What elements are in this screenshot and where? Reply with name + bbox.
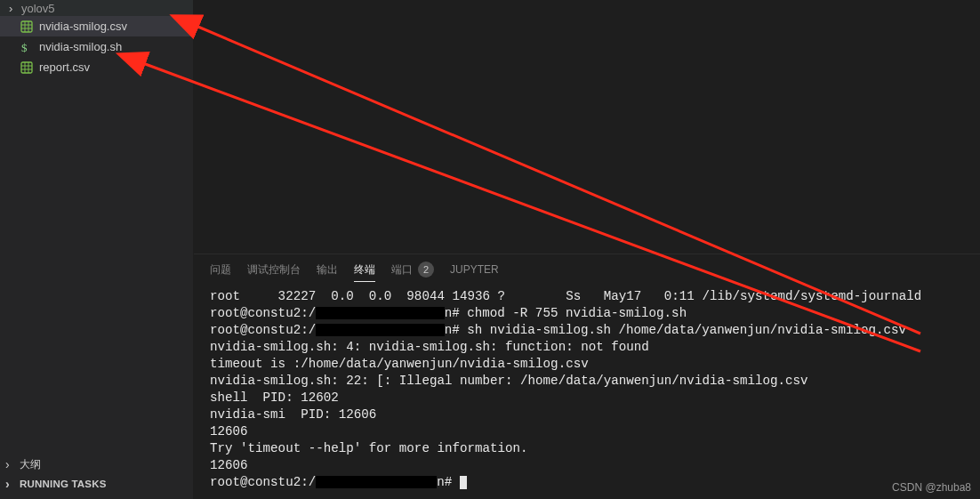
shell-file-icon: $ [20, 40, 34, 54]
watermark: CSDN @zhuba8 [892, 481, 971, 494]
svg-rect-6 [21, 62, 32, 73]
tab-jupyter[interactable]: JUPYTER [450, 263, 499, 276]
folder-label: yolov5 [21, 2, 55, 15]
explorer-sidebar[interactable]: › yolov5 nvidia-smilog.csv $ nvidia-smil… [0, 0, 194, 499]
chevron-right-icon: › [5, 457, 18, 471]
main-area: 问题 调试控制台 输出 终端 端口 2 JUPYTER root 32227 0… [194, 0, 980, 499]
svg-rect-0 [21, 21, 32, 32]
terminal-output[interactable]: root 32227 0.0 0.0 98044 14936 ? Ss May1… [194, 283, 980, 499]
csv-file-icon [20, 60, 34, 75]
file-item-nvidia-smilog-csv[interactable]: nvidia-smilog.csv [0, 16, 193, 36]
editor-empty [194, 0, 980, 254]
svg-text:$: $ [21, 41, 28, 53]
tab-output[interactable]: 输出 [317, 262, 338, 278]
ports-count-badge: 2 [418, 262, 434, 278]
section-label: RUNNING TASKS [20, 479, 107, 489]
folder-item[interactable]: › yolov5 [0, 0, 193, 16]
csv-file-icon [20, 20, 34, 34]
tab-debug-console[interactable]: 调试控制台 [247, 262, 301, 278]
chevron-right-icon: › [5, 477, 18, 491]
file-label: report.csv [39, 60, 90, 74]
file-tree[interactable]: › yolov5 nvidia-smilog.csv $ nvidia-smil… [0, 0, 193, 77]
running-tasks-section[interactable]: › RUNNING TASKS [0, 474, 193, 494]
outline-section[interactable]: › 大纲 [0, 455, 193, 474]
bottom-panel: 问题 调试控制台 输出 终端 端口 2 JUPYTER root 32227 0… [194, 254, 980, 499]
tab-terminal[interactable]: 终端 [354, 262, 375, 282]
tab-ports[interactable]: 端口 2 [391, 262, 434, 278]
section-label: 大纲 [20, 458, 41, 471]
file-label: nvidia-smilog.csv [39, 20, 127, 33]
sidebar-sections: › 大纲 › RUNNING TASKS [0, 455, 193, 499]
chevron-right-icon: › [9, 2, 20, 15]
file-item-report-csv[interactable]: report.csv [0, 57, 193, 77]
file-item-nvidia-smilog-sh[interactable]: $ nvidia-smilog.sh [0, 36, 193, 57]
tab-problems[interactable]: 问题 [210, 262, 231, 278]
file-label: nvidia-smilog.sh [39, 40, 122, 53]
panel-tab-bar[interactable]: 问题 调试控制台 输出 终端 端口 2 JUPYTER [194, 254, 980, 283]
